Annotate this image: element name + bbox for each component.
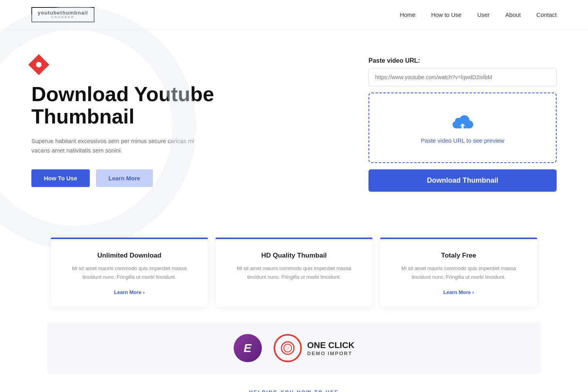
hero-section: Download Youtube Thumbnail Superue habit… [0,30,588,234]
feature-desc-2: Mi sit amet mauris commodo quis imperdie… [392,264,525,281]
feature-card-2: Totaly Free Mi sit amet mauris commodo q… [380,238,537,307]
feature-title-0: Unlimited Download [63,252,196,260]
feature-link-2[interactable]: Learn More › [443,289,474,295]
nav-about[interactable]: About [505,11,521,18]
how-to-use-section: HELPING YOU HOW TO USE How to Use [0,374,588,392]
one-click-main-text: ONE CLICK [307,340,355,350]
hero-left: Download Youtube Thumbnail Superue habit… [31,53,337,187]
feature-link-0[interactable]: Learn More › [114,289,145,295]
brand-diamond-icon [28,54,49,75]
how-label: HELPING YOU HOW TO USE [31,390,557,392]
one-click-hand-icon: ☞ [274,334,302,362]
navbar: youtubethumbnail GRABBER Home How to Use… [0,0,588,30]
nav-home[interactable]: Home [400,11,416,18]
learn-more-button[interactable]: Learn More [96,169,153,187]
one-click-sub-text: DEMO IMPORT [307,350,355,356]
preview-box: Paste video URL to see preview [368,93,557,163]
hero-buttons: How To Use Learn More [31,169,337,187]
url-input[interactable] [368,68,557,86]
feature-desc-0: Mi sit amet mauris commodo quis imperdie… [63,264,196,281]
how-to-use-button[interactable]: How To Use [31,169,90,187]
url-label: Paste video URL: [368,57,557,64]
preview-text: Paste video URL to see preview [421,137,505,144]
one-click-text-block: ONE CLICK DEMO IMPORT [307,340,355,356]
svg-text:☞: ☞ [285,345,290,352]
feature-title-2: Totaly Free [392,252,525,260]
hero-title: Download Youtube Thumbnail [31,83,337,128]
nav-links: Home How to Use User About Contact [400,11,557,18]
demo-import-banner: E ☞ ONE CLICK DEMO IMPORT [47,322,541,374]
feature-title-1: HD Quality Thumbail [227,252,361,260]
cloud-download-icon [450,112,475,132]
feature-card-1: HD Quality Thumbail Mi sit amet mauris c… [216,238,372,307]
hero-description: Superue habitant excessivos sem per minu… [31,136,212,155]
elementor-logo: E [234,334,262,362]
one-click-logo: ☞ ONE CLICK DEMO IMPORT [274,334,355,362]
feature-desc-1: Mi sit amet mauris commodo quis imperdie… [227,264,361,281]
logo-sub-text: GRABBER [38,16,88,19]
elementor-icon: E [243,341,251,355]
feature-card-0: Unlimited Download Mi sit amet mauris co… [51,238,208,307]
logo-main-text: youtubethumbnail [38,10,88,16]
features-section: Unlimited Download Mi sit amet mauris co… [0,234,588,322]
logo[interactable]: youtubethumbnail GRABBER [31,7,94,22]
nav-user[interactable]: User [477,11,490,18]
download-thumbnail-button[interactable]: Download Thumbnail [368,169,557,192]
hero-right: Paste video URL: Paste video URL to see … [368,53,557,192]
nav-contact[interactable]: Contact [536,11,557,18]
nav-how-to-use[interactable]: How to Use [431,11,462,18]
